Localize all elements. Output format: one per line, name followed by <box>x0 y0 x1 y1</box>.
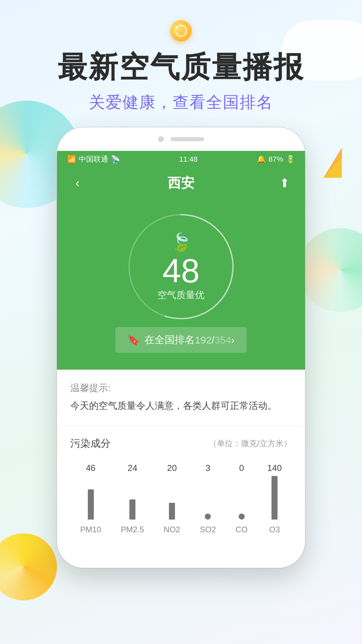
phone-frame: 📶 中国联通 📡 11:48 🔔 87% 🔋 ‹ 西安 ⬆ <box>57 127 305 568</box>
pollutant-bar <box>129 499 135 520</box>
pollutant-bar-container <box>88 476 94 520</box>
back-button[interactable]: ‹ <box>69 176 86 190</box>
pollutants-header: 污染成分 （单位：微克/立方米） <box>70 437 292 450</box>
phone-speaker <box>171 137 204 141</box>
pollutant-item: 3SO2 <box>200 463 216 534</box>
pollutant-value: 140 <box>267 463 282 473</box>
pollutant-bar <box>169 503 175 520</box>
phone-mockup: 📶 中国联通 📡 11:48 🔔 87% 🔋 ‹ 西安 ⬆ <box>57 127 305 568</box>
tip-title: 温馨提示: <box>70 382 292 394</box>
pollutant-bar-container <box>205 476 211 520</box>
signal-icon: 📶 <box>67 155 76 164</box>
phone-top-bezel <box>57 127 305 151</box>
pollutant-bar <box>88 489 94 520</box>
phone-bottom-bezel <box>57 551 305 568</box>
battery-percent: 87% <box>268 155 283 164</box>
status-time: 11:48 <box>179 155 197 164</box>
pollutant-value: 46 <box>86 463 96 473</box>
pollutant-value: 0 <box>239 463 244 473</box>
ranking-text: 在全国排名 <box>144 333 195 347</box>
pollutant-dot <box>239 514 245 520</box>
aqi-value: 48 <box>158 254 204 287</box>
ranking-arrow: › <box>231 334 235 346</box>
pollutant-bar <box>272 476 278 520</box>
wifi-icon: 📡 <box>111 155 120 164</box>
top-promo-section: 最新空气质量播报 关爱健康，查看全国排名 <box>0 20 362 113</box>
pollutant-value: 20 <box>167 463 177 473</box>
pollutants-section: 污染成分 （单位：微克/立方米） 46PM1024PM2.520NO23SO20… <box>57 426 305 551</box>
ranking-left: 🔖 在全国排名 <box>127 333 195 347</box>
pollutant-name: O3 <box>269 525 280 534</box>
pollutant-bar-container <box>272 476 278 520</box>
pollutant-item: 20NO2 <box>164 463 180 534</box>
pollutant-dot <box>205 514 211 520</box>
pollutant-bar-container <box>169 476 175 520</box>
pollutant-name: PM2.5 <box>121 525 144 534</box>
pollutant-item: 140O3 <box>267 463 282 534</box>
phone-camera <box>158 136 164 142</box>
bg-decoration-triangle <box>323 148 342 178</box>
carrier-label: 中国联通 <box>79 154 108 164</box>
app-header: ‹ 西安 ⬆ <box>57 168 305 200</box>
aqi-circle-container: 🍃 48 空气质量优 <box>121 206 241 327</box>
bg-decoration-circle-bottom-left <box>0 533 57 600</box>
ranking-number: 192/354 <box>195 334 231 346</box>
bg-decoration-arc-right <box>298 228 362 312</box>
main-title: 最新空气质量播报 <box>0 51 362 84</box>
battery-icon: 🔋 <box>286 155 295 164</box>
pollutant-name: PM10 <box>80 525 101 534</box>
city-title: 西安 <box>86 174 276 192</box>
pollutants-unit: （单位：微克/立方米） <box>209 438 292 449</box>
pollutant-value: 24 <box>128 463 137 473</box>
ranking-current: 192 <box>195 334 212 345</box>
tip-content: 今天的空气质量令人满意，各类人群可正常活动。 <box>70 398 292 414</box>
notification-icon <box>170 20 192 42</box>
pollutant-item: 24PM2.5 <box>121 463 144 534</box>
pollutant-bar-container <box>239 476 245 520</box>
aqi-label: 空气质量优 <box>158 289 204 302</box>
status-left: 📶 中国联通 📡 <box>67 154 120 164</box>
aqi-circle-inner: 🍃 48 空气质量优 <box>158 232 204 302</box>
pollutant-name: NO2 <box>164 525 180 534</box>
pollutant-bar-container <box>129 476 135 520</box>
pollutant-item: 46PM10 <box>80 463 101 534</box>
pollutant-name: CO <box>236 525 248 534</box>
pollutant-item: 0CO <box>236 463 248 534</box>
tip-section: 温馨提示: 今天的空气质量令人满意，各类人群可正常活动。 <box>57 370 305 426</box>
leaf-icon: 🍃 <box>158 232 204 253</box>
ranking-total: 354 <box>215 334 231 345</box>
status-bar: 📶 中国联通 📡 11:48 🔔 87% 🔋 <box>57 151 305 168</box>
ranking-bar[interactable]: 🔖 在全国排名 192/354 › <box>115 327 246 353</box>
share-button[interactable]: ⬆ <box>276 176 293 190</box>
pollutants-chart: 46PM1024PM2.520NO23SO20CO140O3 <box>70 461 292 534</box>
alarm-icon: 🔔 <box>257 155 266 164</box>
pollutant-name: SO2 <box>200 525 216 534</box>
aqi-section: 🍃 48 空气质量优 🔖 在全国排名 192/354 › <box>57 200 305 370</box>
sub-title: 关爱健康，查看全国排名 <box>0 92 362 113</box>
pollutants-title: 污染成分 <box>70 437 111 450</box>
pollutant-value: 3 <box>205 463 210 473</box>
status-right: 🔔 87% 🔋 <box>257 155 295 164</box>
ranking-icon: 🔖 <box>127 334 140 346</box>
